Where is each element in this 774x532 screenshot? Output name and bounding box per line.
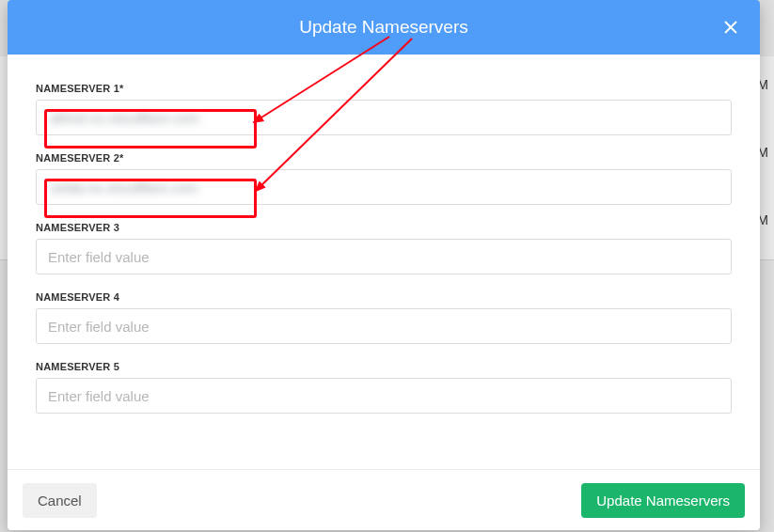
nameserver-5-input[interactable] xyxy=(36,378,732,414)
nameserver-3-label: NAMESERVER 3 xyxy=(36,222,732,233)
cancel-button[interactable]: Cancel xyxy=(23,483,97,518)
nameserver-1-value: alfred.ns.cloudflare.com xyxy=(48,110,199,126)
nameserver-5-group: NAMESERVER 5 xyxy=(36,361,732,414)
nameserver-2-value: zelda.ns.cloudflare.com xyxy=(48,180,198,196)
nameserver-1-label: NAMESERVER 1* xyxy=(36,83,732,94)
modal-header: Update Nameservers xyxy=(8,0,760,55)
nameserver-4-label: NAMESERVER 4 xyxy=(36,291,732,303)
modal-title: Update Nameservers xyxy=(299,17,468,38)
nameserver-5-label: NAMESERVER 5 xyxy=(36,361,732,372)
nameserver-4-group: NAMESERVER 4 xyxy=(36,291,732,344)
nameserver-1-group: NAMESERVER 1* alfred.ns.cloudflare.com xyxy=(36,83,732,135)
modal-body: NAMESERVER 1* alfred.ns.cloudflare.com N… xyxy=(8,55,760,440)
nameserver-3-input[interactable] xyxy=(36,239,732,274)
nameserver-4-input[interactable] xyxy=(36,308,732,344)
nameserver-2-group: NAMESERVER 2* zelda.ns.cloudflare.com xyxy=(36,152,732,205)
close-icon xyxy=(723,20,738,35)
update-nameservers-modal: Update Nameservers NAMESERVER 1* alfred.… xyxy=(8,0,760,530)
close-button[interactable] xyxy=(719,15,743,39)
nameserver-2-label: NAMESERVER 2* xyxy=(36,152,732,164)
nameserver-2-input[interactable]: zelda.ns.cloudflare.com xyxy=(36,169,732,205)
nameserver-1-input[interactable]: alfred.ns.cloudflare.com xyxy=(36,100,732,135)
update-nameservers-button[interactable]: Update Nameservers xyxy=(581,483,745,518)
modal-footer: Cancel Update Nameservers xyxy=(8,469,760,530)
nameserver-3-group: NAMESERVER 3 xyxy=(36,222,732,274)
